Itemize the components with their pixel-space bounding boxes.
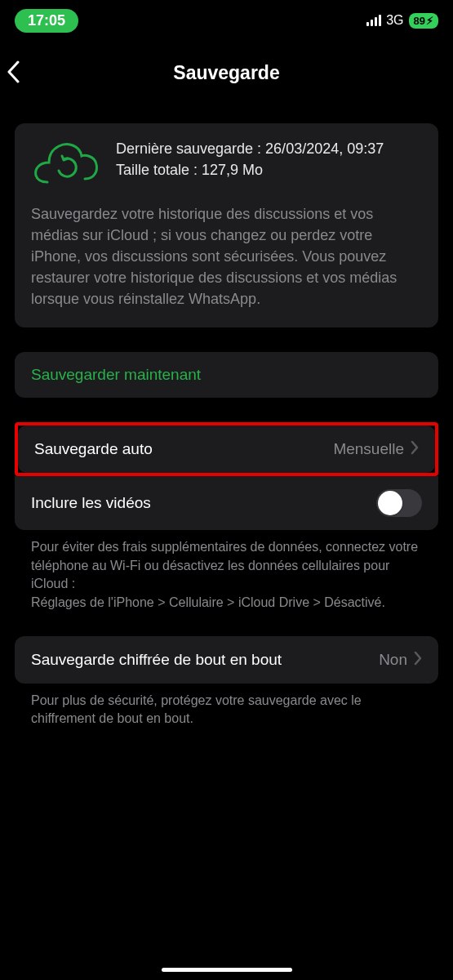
home-indicator[interactable] [162,968,292,972]
cloud-refresh-icon [31,138,101,189]
page-title: Sauvegarde [11,62,442,84]
backup-description: Sauvegardez votre historique des discuss… [31,203,422,310]
nav-bar: Sauvegarde [0,38,453,102]
e2e-label: Sauvegarde chiffrée de bout en bout [31,650,282,670]
status-time: 17:05 [15,9,78,33]
include-videos-row: Inclure les vidéos [15,476,438,530]
last-backup-text: Dernière sauvegarde : 26/03/2024, 09:37 [116,138,384,159]
toggle-knob [378,491,402,515]
auto-backup-label: Sauvegarde auto [34,440,153,458]
e2e-card: Sauvegarde chiffrée de bout en bout Non [15,636,438,684]
e2e-hint: Pour plus de sécurité, protégez votre sa… [15,684,438,728]
e2e-encryption-row[interactable]: Sauvegarde chiffrée de bout en bout Non [15,636,438,684]
include-videos-label: Inclure les vidéos [31,494,151,512]
status-right: 3G 89⚡︎ [366,13,438,29]
auto-backup-card: Sauvegarde auto Mensuelle [18,425,435,473]
total-size-text: Taille totale : 127,9 Mo [116,159,384,180]
charging-icon: ⚡︎ [426,15,433,27]
chevron-right-icon [414,649,422,670]
auto-backup-value: Mensuelle [333,440,404,458]
highlight-annotation: Sauvegarde auto Mensuelle [15,422,438,476]
network-label: 3G [386,13,403,28]
backup-now-card: Sauvegarder maintenant [15,352,438,398]
e2e-value: Non [379,651,407,669]
chevron-left-icon [7,60,20,83]
battery-percent: 89 [414,15,425,27]
chevron-right-icon [411,439,419,460]
backup-now-button[interactable]: Sauvegarder maintenant [15,352,438,398]
status-bar: 17:05 3G 89⚡︎ [0,0,453,38]
signal-icon [366,15,381,26]
auto-backup-row[interactable]: Sauvegarde auto Mensuelle [18,425,435,473]
backup-now-label: Sauvegarder maintenant [31,366,201,384]
include-videos-toggle[interactable] [376,489,422,517]
back-button[interactable] [7,60,20,87]
data-warning-note: Pour éviter des frais supplémentaires de… [15,530,438,612]
backup-info-card: Dernière sauvegarde : 26/03/2024, 09:37 … [15,123,438,327]
battery-icon: 89⚡︎ [409,13,438,29]
include-videos-card: Inclure les vidéos [15,476,438,530]
